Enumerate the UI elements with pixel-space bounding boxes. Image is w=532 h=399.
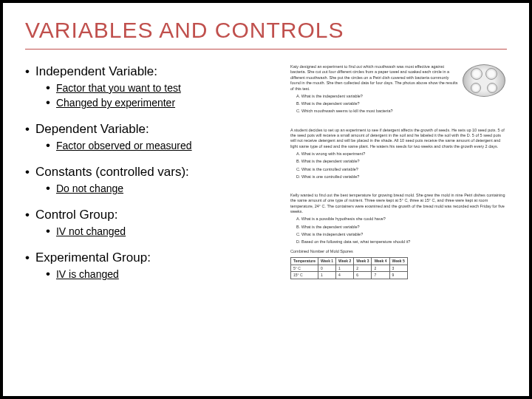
slide: VARIABLES AND CONTROLS • Independent Var… <box>3 3 529 396</box>
td: 9 <box>389 272 407 279</box>
worksheet-1: Katy designed an experiment to find out … <box>290 64 507 115</box>
bullet-icon: • <box>46 138 50 153</box>
item-independent: • Independent Variable: • Factor that yo… <box>25 64 276 110</box>
td: 1 <box>318 272 335 279</box>
content-row: • Independent Variable: • Factor that yo… <box>25 64 507 293</box>
bullet-icon: • <box>46 95 50 110</box>
sub-label: Changed by experimenter <box>56 97 175 109</box>
th: Temperature <box>291 258 318 265</box>
td: 3 <box>389 265 407 272</box>
th: Week 1 <box>318 258 335 265</box>
td: 7 <box>372 272 389 279</box>
ws3-qD: D. Based on the following data set, what… <box>296 239 507 245</box>
sub-label: Factor that you want to test <box>56 82 181 94</box>
bullet-icon: • <box>46 81 50 95</box>
sub-label: IV not changed <box>56 225 126 237</box>
table-row: 15° C 1 4 6 7 9 <box>291 272 408 279</box>
bullet-icon: • <box>46 267 50 282</box>
table-caption: Combined Number of Mold Spores <box>290 249 507 254</box>
th: Week 5 <box>389 258 407 265</box>
item-dependent: • Dependent Variable: • Factor observed … <box>25 122 276 153</box>
sub-item: • IV not changed <box>46 224 276 239</box>
sub-item: • Do not change <box>46 181 276 196</box>
ws1-qC: C. Which mouthwash seems to kill the mos… <box>296 109 507 114</box>
item-label: Control Group: <box>35 208 118 222</box>
item-constants: • Constants (controlled vars): • Do not … <box>25 165 276 196</box>
ws2-qA: A. What is wrong with his experiment? <box>296 151 507 157</box>
sub-label: Factor observed or measured <box>56 140 192 151</box>
item-head: • Independent Variable: <box>25 64 276 79</box>
sub-item: • Factor observed or measured <box>46 138 276 153</box>
mold-table: Temperature Week 1 Week 2 Week 3 Week 4 … <box>290 257 408 279</box>
title-rule <box>25 49 507 50</box>
slide-title: VARIABLES AND CONTROLS <box>25 18 507 43</box>
ws1-qB: B. What is the dependent variable? <box>296 101 507 106</box>
sub-label: Do not change <box>56 183 123 194</box>
worksheet-2: A student decides to set up an experimen… <box>290 128 507 180</box>
bullet-icon: • <box>46 181 50 196</box>
sub-list: • IV is changed <box>46 267 276 282</box>
bullet-icon: • <box>25 250 30 265</box>
item-head: • Dependent Variable: <box>25 122 276 137</box>
th: Week 4 <box>372 258 389 265</box>
th: Week 3 <box>354 258 372 265</box>
td: 2 <box>372 265 389 272</box>
bullet-icon: • <box>25 64 30 79</box>
bullet-icon: • <box>25 122 30 137</box>
ws3-qB: B. What is the dependent variable? <box>296 225 507 230</box>
sub-list: • IV not changed <box>46 224 276 239</box>
bullet-icon: • <box>25 165 30 180</box>
worksheet-3: Kelly wanted to find out the best temper… <box>290 193 507 279</box>
sub-item: • Factor that you want to test <box>46 81 276 95</box>
item-control-group: • Control Group: • IV not changed <box>25 208 276 239</box>
ws2-qB: B. What is the dependent variable? <box>296 159 507 164</box>
item-experimental-group: • Experimental Group: • IV is changed <box>25 250 276 282</box>
ws2-para: A student decides to set up an experimen… <box>290 128 507 150</box>
ws3-qA: A. What is a possible hypothesis she cou… <box>296 216 507 222</box>
ws2-qC: C. What is the controlled variable? <box>296 167 507 172</box>
bullet-icon: • <box>46 224 50 239</box>
ws2-qD: D. What is one controlled variable? <box>296 174 507 180</box>
bullet-icon: • <box>25 208 30 222</box>
ws3-para: Kelly wanted to find out the best temper… <box>290 193 507 215</box>
right-column: Katy designed an experiment to find out … <box>290 64 507 293</box>
item-label: Constants (controlled vars): <box>35 165 189 180</box>
ws3-qC: C. What is the independent variable? <box>296 232 507 237</box>
table-row: Temperature Week 1 Week 2 Week 3 Week 4 … <box>291 258 408 265</box>
sub-label: IV is changed <box>56 268 119 280</box>
th: Week 2 <box>336 258 354 265</box>
item-label: Independent Variable: <box>35 64 157 79</box>
left-column: • Independent Variable: • Factor that yo… <box>25 64 276 293</box>
td: 5° C <box>291 265 318 272</box>
td: 6 <box>354 272 372 279</box>
sub-item: • IV is changed <box>46 267 276 282</box>
td: 2 <box>354 265 372 272</box>
td: 0 <box>318 265 335 272</box>
sub-list: • Do not change <box>46 181 276 196</box>
td: 15° C <box>291 272 318 279</box>
sub-list: • Factor that you want to test • Changed… <box>46 81 276 110</box>
item-label: Experimental Group: <box>35 250 151 265</box>
sub-item: • Changed by experimenter <box>46 95 276 110</box>
item-head: • Control Group: <box>25 208 276 222</box>
item-head: • Constants (controlled vars): <box>25 165 276 180</box>
item-label: Dependent Variable: <box>35 122 149 137</box>
table-row: 5° C 0 1 2 2 3 <box>291 265 408 272</box>
petri-dish-image <box>463 64 505 97</box>
td: 4 <box>336 272 354 279</box>
td: 1 <box>336 265 354 272</box>
sub-list: • Factor observed or measured <box>46 138 276 153</box>
item-head: • Experimental Group: <box>25 250 276 265</box>
